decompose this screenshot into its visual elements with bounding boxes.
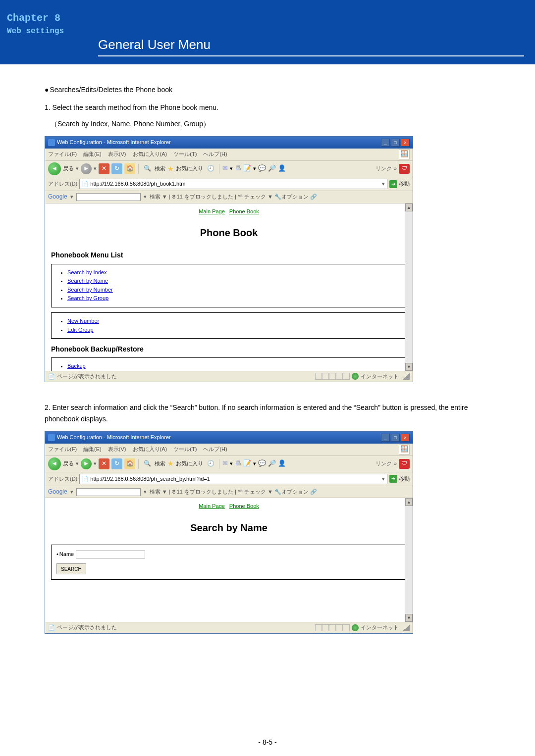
messenger-icon[interactable]: 👤: [278, 163, 286, 174]
discuss-icon[interactable]: 💬: [258, 458, 266, 469]
maximize-button[interactable]: □: [391, 139, 400, 147]
research-icon[interactable]: 🔎: [268, 163, 276, 174]
mcafee-icon[interactable]: 🛡: [399, 164, 410, 174]
messenger-icon[interactable]: 👤: [278, 458, 286, 469]
menu-edit[interactable]: 編集(E): [83, 446, 102, 452]
step-2: 2. Enter search information and click th…: [45, 402, 490, 424]
research-icon[interactable]: 🔎: [268, 458, 276, 469]
history-icon[interactable]: 🕘: [205, 458, 216, 469]
close-button[interactable]: ×: [401, 139, 410, 147]
menu-file[interactable]: ファイル(F): [48, 151, 77, 157]
googlebar: Google ▾ ▾ 検索 ▼ | 𝕾 11 をブロックしました | ᴬᴮ チェ…: [45, 191, 413, 203]
google-label[interactable]: Google: [48, 487, 67, 497]
menu-view[interactable]: 表示(V): [108, 151, 126, 157]
back-button[interactable]: ◄: [48, 457, 61, 470]
scrollbar[interactable]: ▲ ▼: [405, 203, 413, 371]
minimize-button[interactable]: _: [381, 139, 390, 147]
link-backup[interactable]: Backup: [67, 363, 86, 369]
ie-window-search: Web Configuration - Microsoft Internet E…: [45, 431, 413, 634]
favorites-icon[interactable]: ★: [167, 458, 174, 469]
resize-grip[interactable]: [403, 624, 410, 631]
print-icon[interactable]: 🖶: [235, 163, 241, 174]
menu-help[interactable]: ヘルプ(H): [203, 151, 227, 157]
menu-file[interactable]: ファイル(F): [48, 446, 77, 452]
edit-icon[interactable]: 📝: [243, 458, 251, 469]
menu-help[interactable]: ヘルプ(H): [203, 446, 227, 452]
edit-icon[interactable]: 📝: [243, 163, 251, 174]
menu-view[interactable]: 表示(V): [108, 446, 126, 452]
address-label: アドレス(D): [48, 180, 77, 189]
menu-fav[interactable]: お気に入り(A): [133, 151, 167, 157]
status-page-icon: 📄: [48, 623, 55, 632]
go-icon[interactable]: ➔: [389, 180, 397, 188]
search-button[interactable]: SEARCH: [56, 563, 86, 574]
resize-grip[interactable]: [403, 373, 410, 380]
scroll-up-icon[interactable]: ▲: [405, 498, 413, 506]
stop-button[interactable]: ✕: [99, 163, 109, 174]
ie-window-phonebook: Web Configuration - Microsoft Internet E…: [45, 136, 413, 382]
name-input[interactable]: [76, 551, 145, 558]
mcafee-icon[interactable]: 🛡: [399, 459, 410, 469]
google-toolbar-items[interactable]: 検索 ▼ | 𝕾 11 をブロックしました | ᴬᴮ チェック ▼ 🔧オプション…: [150, 488, 317, 497]
refresh-button[interactable]: ↻: [111, 163, 122, 174]
history-icon[interactable]: 🕘: [205, 163, 216, 174]
home-button[interactable]: 🏠: [124, 163, 135, 174]
scroll-down-icon[interactable]: ▼: [405, 363, 413, 371]
mail-icon[interactable]: ✉: [222, 458, 228, 469]
link-search-index[interactable]: Search by Index: [67, 269, 107, 275]
scroll-down-icon[interactable]: ▼: [405, 614, 413, 622]
link-search-group[interactable]: Search by Group: [67, 295, 108, 301]
scrollbar[interactable]: ▲ ▼: [405, 498, 413, 622]
link-search-number[interactable]: Search by Number: [67, 287, 113, 293]
link-edit-group[interactable]: Edit Group: [67, 327, 94, 333]
back-label: 戻る: [63, 164, 74, 173]
browser-viewport: Main Page Phone Book Phone Book Phoneboo…: [45, 203, 413, 371]
google-toolbar-items[interactable]: 検索 ▼ | 𝕾 11 をブロックしました | ᴬᴮ チェック ▼ 🔧オプション…: [150, 193, 317, 202]
print-icon[interactable]: 🖶: [235, 458, 241, 469]
discuss-icon[interactable]: 💬: [258, 163, 266, 174]
link-phone-book[interactable]: Phone Book: [229, 503, 259, 509]
google-search-input[interactable]: [76, 488, 141, 496]
scroll-up-icon[interactable]: ▲: [405, 203, 413, 211]
stop-button[interactable]: ✕: [99, 458, 109, 469]
search-icon[interactable]: 🔍: [142, 458, 153, 469]
zone-text: インターネット: [361, 372, 399, 381]
address-input[interactable]: 📄 http://192.168.0.56:8080/ph_book1.html…: [79, 179, 387, 190]
zone-icon: [352, 624, 359, 631]
status-text-2: ページが表示されました: [57, 623, 117, 632]
close-button[interactable]: ×: [401, 434, 410, 442]
favorites-icon[interactable]: ★: [167, 163, 174, 174]
minimize-button[interactable]: _: [381, 434, 390, 442]
step-1: 1. Select the search method from the Pho…: [45, 102, 490, 113]
link-search-name[interactable]: Search by Name: [67, 278, 108, 284]
go-label: 移動: [399, 475, 410, 484]
link-main-page[interactable]: Main Page: [199, 503, 225, 509]
menu-tools[interactable]: ツール(T): [173, 446, 197, 452]
links-label[interactable]: リンク: [375, 459, 392, 468]
google-label[interactable]: Google: [48, 192, 67, 202]
search-icon[interactable]: 🔍: [142, 163, 153, 174]
forward-button[interactable]: ►: [81, 458, 92, 469]
addressbar: アドレス(D) 📄 http://192.168.0.56:8080/ph_bo…: [45, 177, 413, 192]
menubar: ファイル(F) 編集(E) 表示(V) お気に入り(A) ツール(T) ヘルプ(…: [45, 149, 413, 161]
maximize-button[interactable]: □: [391, 434, 400, 442]
back-button[interactable]: ◄: [48, 162, 61, 175]
mail-icon[interactable]: ✉: [222, 163, 228, 174]
menu-fav[interactable]: お気に入り(A): [133, 446, 167, 452]
menu-tools[interactable]: ツール(T): [173, 151, 197, 157]
links-label[interactable]: リンク: [375, 164, 392, 173]
main-content: Searches/Edits/Deletes the Phone book 1.…: [0, 64, 535, 634]
address-input-2[interactable]: 📄 http://192.168.0.56:8080/ph_search_by.…: [79, 474, 387, 485]
go-icon[interactable]: ➔: [389, 475, 397, 483]
home-button[interactable]: 🏠: [124, 458, 135, 469]
titlebar-2: Web Configuration - Microsoft Internet E…: [45, 432, 413, 444]
refresh-button[interactable]: ↻: [111, 458, 122, 469]
forward-button[interactable]: ►: [81, 163, 92, 174]
link-phone-book[interactable]: Phone Book: [229, 208, 259, 214]
google-search-input[interactable]: [76, 193, 141, 201]
menu-edit[interactable]: 編集(E): [83, 151, 102, 157]
link-main-page[interactable]: Main Page: [199, 208, 225, 214]
ie-logo-icon: 🪟: [399, 445, 410, 454]
url-text: http://192.168.0.56:8080/ph_book1.html: [90, 180, 187, 189]
link-new-number[interactable]: New Number: [67, 318, 99, 324]
